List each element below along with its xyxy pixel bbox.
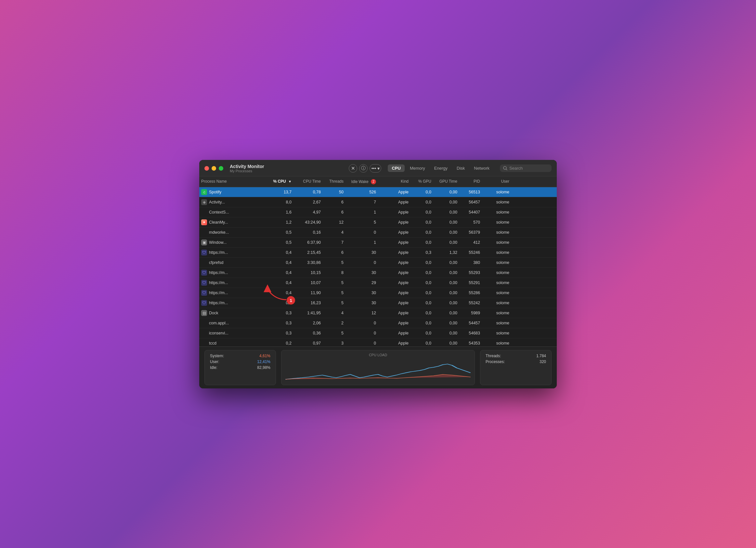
cell-pid: 55291 [459, 279, 482, 287]
cell-gputime: 0,00 [433, 238, 459, 247]
system-value: 4,61% [259, 354, 270, 358]
threads-row: Threads: 1.784 [486, 354, 546, 358]
cell-pid: 570 [459, 218, 482, 227]
table-row[interactable]: tccd 0,2 0,97 3 0 Apple 0,0 0,00 54353 s… [199, 338, 557, 346]
col-header-cputime[interactable]: CPU Time [293, 176, 323, 187]
cell-cputime: 3:30,86 [293, 258, 323, 267]
tab-energy[interactable]: Energy [430, 164, 451, 172]
table-row[interactable]: mdworke... 0,5 0,16 4 0 Apple 0,0 0,00 5… [199, 228, 557, 238]
col-header-gpu[interactable]: % GPU [411, 176, 433, 187]
col-header-user[interactable]: User [482, 176, 511, 187]
cell-kind: Apple [378, 329, 411, 337]
table-row[interactable]: cfprefsd 0,4 3:30,86 5 0 Apple 0,0 0,00 … [199, 258, 557, 268]
tab-cpu[interactable]: CPU [388, 164, 404, 172]
search-bar[interactable] [500, 164, 552, 172]
cell-pid: 54353 [459, 339, 482, 346]
search-input[interactable] [509, 166, 548, 171]
cell-idlewake: 0 [345, 319, 378, 327]
cell-cputime: 16,23 [293, 299, 323, 307]
process-name: https://m... [209, 301, 228, 305]
process-name: iconservi... [209, 331, 228, 335]
table-row[interactable]: ▤ Dock 0,3 1:41,95 4 12 Apple 0,0 0,00 5… [199, 308, 557, 318]
cell-idlewake: 12 [345, 309, 378, 317]
cell-cputime: 43:24,90 [293, 218, 323, 227]
cell-idlewake: 0 [345, 228, 378, 237]
table-row[interactable]: ContextS... 1,6 4,97 6 1 Apple 0,0 0,00 … [199, 207, 557, 217]
table-row[interactable]: 🛡 https://m... 0,4 10,07 5 29 Apple 0,0 … [199, 278, 557, 288]
cell-cpu: 1,6 [264, 208, 293, 216]
table-row[interactable]: com.appl... 0,3 2,06 2 0 Apple 0,0 0,00 … [199, 318, 557, 328]
col-header-process[interactable]: Process Name [199, 176, 264, 187]
cell-process: 🛡 https://m... [199, 288, 264, 298]
tab-network[interactable]: Network [470, 164, 493, 172]
cell-process: mdworke... [199, 228, 264, 237]
process-name: https://m... [209, 291, 228, 295]
process-icon [201, 229, 207, 235]
minimize-button[interactable] [212, 166, 216, 171]
stop-icon[interactable]: ✕ [349, 164, 357, 173]
tab-memory[interactable]: Memory [406, 164, 429, 172]
cell-cputime: 2,67 [293, 198, 323, 206]
chart-area [285, 358, 471, 382]
process-name: https://m... [209, 250, 228, 255]
tab-disk[interactable]: Disk [453, 164, 469, 172]
cell-cpu: 0,5 [264, 228, 293, 237]
more-icon[interactable]: ••• ▾ [370, 164, 381, 173]
cell-threads: 12 [323, 218, 345, 227]
cell-gpu: 0,0 [411, 329, 433, 337]
process-name: https://m... [209, 281, 228, 285]
process-name: com.appl... [209, 321, 229, 325]
col-header-cpu[interactable]: % CPU ▼ [264, 176, 293, 187]
cell-kind: Apple [378, 319, 411, 327]
process-name: ContextS... [209, 210, 229, 215]
col-header-threads[interactable]: Threads [323, 176, 345, 187]
threads-value: 1.784 [536, 354, 546, 358]
process-name: CleanMy... [209, 220, 228, 225]
cell-pid: 55293 [459, 268, 482, 277]
cell-cputime: 4,97 [293, 208, 323, 216]
table-row[interactable]: 🛡 https://m... 0,4 2:15,45 6 30 Apple 0,… [199, 248, 557, 258]
cell-cputime: 0,36 [293, 329, 323, 337]
table-row[interactable]: ♫ Spotify 13,7 0,78 50 526 Apple 0,0 0,0… [199, 187, 557, 197]
cell-gpu: 0,0 [411, 188, 433, 196]
cell-gputime: 0,00 [433, 339, 459, 346]
app-subtitle: My Processes [230, 169, 264, 173]
cell-gpu: 0,3 [411, 248, 433, 257]
cell-process: 🛡 https://m... [199, 298, 264, 308]
cell-gpu: 0,0 [411, 309, 433, 317]
toolbar-icons: ✕ ⓘ ••• ▾ [349, 164, 381, 173]
cell-pid: 56379 [459, 228, 482, 237]
cell-threads: 8 [323, 268, 345, 277]
chart-section: CPU LOAD [281, 350, 475, 385]
cell-user: solome [482, 268, 511, 277]
cell-kind: Apple [378, 208, 411, 216]
cell-gpu: 0,0 [411, 218, 433, 227]
col-header-pid[interactable]: PID [459, 176, 482, 187]
table-row[interactable]: ▣ Window... 0,5 6:37,90 7 1 Apple 0,0 0,… [199, 238, 557, 248]
cell-pid: 380 [459, 258, 482, 267]
col-header-kind[interactable]: Kind [378, 176, 411, 187]
table-row[interactable]: 🛡 https://m... 0,4 10,15 8 30 Apple 0,0 … [199, 268, 557, 278]
stats-left: System: 4,61% User: 12,41% Idle: 82,98% [204, 350, 276, 385]
cell-idlewake: 7 [345, 198, 378, 206]
table-row[interactable]: 🛡 https://m... 0,3 16,23 5 30 Apple 0,0 … [199, 298, 557, 308]
cell-kind: Apple [378, 309, 411, 317]
cell-process: iconservi... [199, 328, 264, 338]
user-label: User: [210, 359, 219, 364]
table-row[interactable]: ◈ Activity... 8,0 2,67 6 7 Apple 0,0 0,0… [199, 197, 557, 207]
table-row[interactable]: 🛡 https://m... 0,4 11,90 5 30 Apple 0,0 … [199, 288, 557, 298]
table-row[interactable]: ✦ CleanMy... 1,2 43:24,90 12 5 Apple 0,0… [199, 217, 557, 228]
col-header-gputime[interactable]: GPU Time [433, 176, 459, 187]
cell-user: solome [482, 218, 511, 227]
cell-gpu: 0,0 [411, 238, 433, 247]
cell-threads: 5 [323, 279, 345, 287]
col-header-idlewake[interactable]: Idle Wake 2 [345, 176, 378, 187]
table-row[interactable]: iconservi... 0,3 0,36 5 0 Apple 0,0 0,00… [199, 328, 557, 338]
bottom-panel: System: 4,61% User: 12,41% Idle: 82,98% … [199, 346, 557, 388]
info-icon[interactable]: ⓘ [359, 164, 368, 173]
stats-row-idle: Idle: 82,98% [210, 365, 270, 370]
close-button[interactable] [204, 166, 209, 171]
process-icon: 🛡 [201, 280, 207, 286]
fullscreen-button[interactable] [219, 166, 223, 171]
cell-kind: Apple [378, 299, 411, 307]
